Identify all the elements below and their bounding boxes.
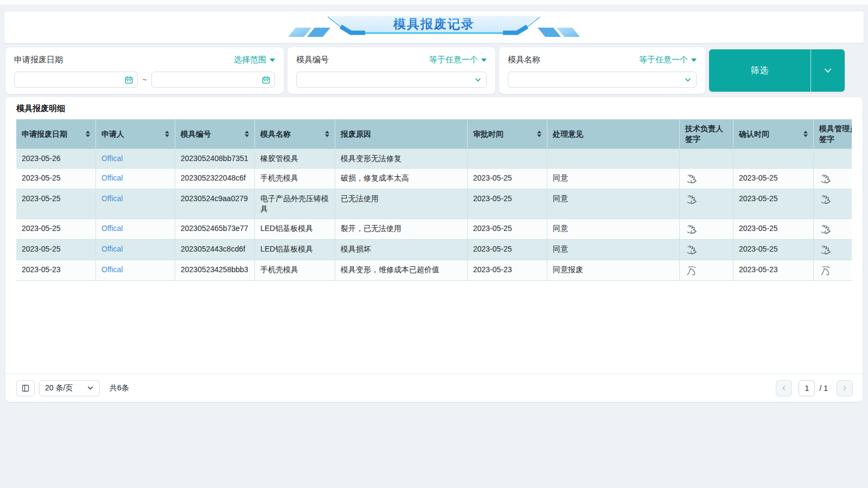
cell-text: 2023052408bb7351 bbox=[181, 154, 248, 163]
cell-opinion: 同意 bbox=[547, 189, 680, 219]
cell-text: 20230524c9aa0279 bbox=[181, 194, 248, 203]
cell-text: 电子产品外壳压铸模具 bbox=[260, 194, 329, 213]
column-label: 报废原因 bbox=[341, 129, 371, 139]
cell-applicant: Offical bbox=[96, 169, 175, 189]
cell-reason: 已无法使用 bbox=[335, 189, 468, 219]
column-header-confirm_time[interactable]: 确认时间 bbox=[733, 119, 814, 149]
applicant-link[interactable]: Offical bbox=[101, 265, 123, 274]
cell-text: 同意报废 bbox=[553, 265, 583, 274]
column-header-approve_time[interactable]: 审批时间 bbox=[468, 119, 547, 149]
cell-applicant: Offical bbox=[96, 260, 175, 281]
cell-text: 同意 bbox=[553, 224, 568, 233]
caret-down-icon bbox=[691, 59, 697, 62]
caret-down-icon bbox=[481, 59, 487, 62]
date-end-field[interactable] bbox=[157, 75, 262, 85]
column-header-mold_name[interactable]: 模具名称 bbox=[255, 119, 335, 149]
scrap-records-table: 申请报废日期申请人模具编号模具名称报废原因审批时间处理意见技术负责人签字确认时间… bbox=[16, 119, 852, 281]
cell-opinion: 同意报废 bbox=[547, 260, 680, 281]
mold-code-operator-dropdown[interactable]: 等于任意一个 bbox=[429, 55, 487, 65]
cell-reason: 模具变形，维修成本已超价值 bbox=[335, 260, 468, 281]
cell-confirm_time: 2023-05-25 bbox=[733, 240, 814, 260]
column-header-tech_signature: 技术负责人签字 bbox=[680, 119, 733, 149]
date-end-input[interactable] bbox=[151, 72, 275, 88]
column-header-reason: 报废原因 bbox=[335, 119, 468, 149]
cell-reason: 破损，修复成本太高 bbox=[335, 169, 468, 189]
table-panel: 模具报废明细 申请报废日期申请人模具编号模具名称报废原因审批时间处理意见技术负责… bbox=[5, 97, 863, 402]
pagination-controls: / 1 bbox=[776, 380, 853, 396]
column-header-applicant[interactable]: 申请人 bbox=[96, 119, 175, 149]
column-settings-button[interactable] bbox=[16, 380, 35, 396]
cell-text: 2023-05-25 bbox=[739, 224, 778, 233]
filter-button-label[interactable]: 筛选 bbox=[709, 49, 810, 92]
signature-image bbox=[819, 244, 833, 255]
applicant-link[interactable]: Offical bbox=[101, 224, 123, 233]
mold-code-operator-label: 等于任意一个 bbox=[429, 55, 478, 65]
cell-confirm_time: 2023-05-25 bbox=[733, 219, 814, 240]
cell-text: LED铝基板模具 bbox=[260, 224, 313, 233]
sort-icon[interactable] bbox=[165, 131, 171, 137]
mold-name-operator-dropdown[interactable]: 等于任意一个 bbox=[639, 55, 697, 65]
table-footer: 20 条/页 共6条 / 1 bbox=[5, 374, 863, 402]
date-operator-dropdown[interactable]: 选择范围 bbox=[234, 55, 275, 65]
cell-mold_code: 20230524c9aa0279 bbox=[175, 189, 255, 219]
cell-applicant: Offical bbox=[96, 189, 175, 219]
cell-text: 2023052465b73e77 bbox=[181, 224, 248, 233]
column-header-apply_date[interactable]: 申请报废日期 bbox=[16, 119, 96, 149]
column-label: 申请报废日期 bbox=[22, 129, 67, 139]
applicant-link[interactable]: Offical bbox=[101, 245, 123, 253]
mold-name-select[interactable] bbox=[508, 72, 697, 88]
filter-button[interactable]: 筛选 bbox=[709, 49, 845, 92]
cell-opinion: 同意 bbox=[547, 169, 680, 189]
cell-mold_code: 2023052408bb7351 bbox=[175, 149, 255, 169]
caret-down-icon bbox=[270, 59, 275, 62]
column-header-manager_signature: 模具管理员签字 bbox=[814, 119, 852, 149]
page-size-select[interactable]: 20 条/页 bbox=[39, 380, 100, 396]
cell-confirm_time bbox=[733, 149, 814, 169]
table-scroll-area[interactable]: 申请报废日期申请人模具编号模具名称报废原因审批时间处理意见技术负责人签字确认时间… bbox=[16, 119, 852, 281]
cell-text: 破损，修复成本太高 bbox=[341, 174, 409, 182]
page-number-input[interactable] bbox=[799, 380, 815, 396]
column-label: 技术负责人签字 bbox=[685, 124, 730, 144]
sort-icon[interactable] bbox=[325, 131, 331, 137]
sort-icon[interactable] bbox=[86, 131, 92, 137]
cell-approve_time bbox=[468, 149, 547, 169]
applicant-link[interactable]: Offical bbox=[101, 194, 123, 203]
filter-more-button[interactable] bbox=[811, 49, 845, 92]
sort-icon[interactable] bbox=[245, 131, 251, 137]
date-start-field[interactable] bbox=[20, 75, 125, 85]
sort-icon[interactable] bbox=[803, 131, 810, 137]
page-total: / 1 bbox=[819, 384, 828, 393]
cell-text: 2023052443c8cd6f bbox=[181, 245, 245, 253]
next-page-button[interactable] bbox=[837, 380, 853, 396]
cell-mold_name: 橡胶管模具 bbox=[255, 149, 335, 169]
sort-icon[interactable] bbox=[537, 131, 544, 137]
cell-text: 2023-05-25 bbox=[473, 174, 512, 182]
cell-text: 2023-05-25 bbox=[739, 245, 778, 253]
cell-tech_signature bbox=[680, 169, 733, 189]
cell-text: 2023-05-25 bbox=[473, 194, 512, 203]
cell-mold_code: 2023052465b73e77 bbox=[175, 219, 255, 240]
prev-page-button[interactable] bbox=[776, 380, 792, 396]
signature-image bbox=[819, 223, 833, 235]
cell-text: 2023-05-23 bbox=[22, 265, 61, 274]
date-start-input[interactable] bbox=[14, 72, 138, 88]
cell-mold_code: 2023052443c8cd6f bbox=[175, 240, 255, 260]
cell-mold_code: 2023052322048c6f bbox=[175, 169, 255, 189]
mold-name-operator-label: 等于任意一个 bbox=[639, 55, 688, 65]
cell-text: 手机壳模具 bbox=[260, 174, 298, 182]
cell-text: 模具损坏 bbox=[341, 245, 371, 253]
table-row: 2023-05-26Offical2023052408bb7351橡胶管模具模具… bbox=[16, 149, 852, 169]
applicant-link[interactable]: Offical bbox=[101, 154, 123, 163]
filter-mold-name: 模具名称 等于任意一个 bbox=[499, 47, 705, 94]
cell-approve_time: 2023-05-25 bbox=[468, 169, 547, 189]
cell-manager_signature bbox=[814, 189, 852, 219]
calendar-icon bbox=[262, 76, 270, 84]
cell-reason: 模具损坏 bbox=[335, 240, 468, 260]
column-header-mold_code[interactable]: 模具编号 bbox=[175, 119, 255, 149]
mold-code-select[interactable] bbox=[296, 72, 487, 88]
cell-apply_date: 2023-05-25 bbox=[16, 219, 96, 240]
cell-manager_signature bbox=[814, 219, 852, 240]
cell-apply_date: 2023-05-25 bbox=[16, 240, 96, 260]
applicant-link[interactable]: Offical bbox=[101, 174, 123, 182]
chevron-down-icon bbox=[684, 76, 692, 84]
